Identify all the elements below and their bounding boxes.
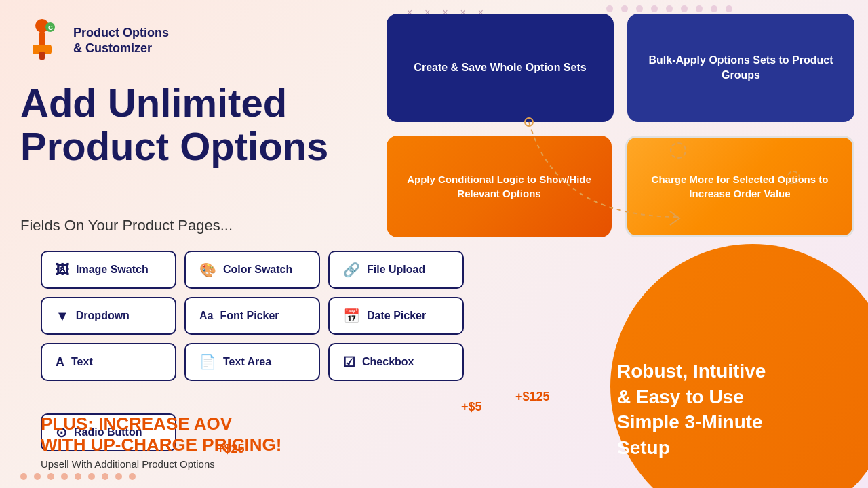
text-area-button[interactable]: 📄 Text Area [184,343,320,381]
checkbox-label: Checkbox [362,356,414,368]
text-area-label: Text Area [223,356,271,368]
bg-dot [636,5,643,12]
font-picker-label: Font Picker [220,310,279,322]
price-badge-2: +$125 [515,390,550,404]
connector-circle-2 [787,171,800,184]
aov-title: PLUS: INCREASE AOV WITH UP-CHARGE PRICIN… [41,413,281,455]
bg-dots-top [606,5,732,12]
bg-dot [711,5,717,12]
text-button[interactable]: A Text [41,343,176,381]
bg-dot [666,5,673,12]
bg-dot-orange [47,473,54,480]
subheadline: Fields On Your Product Pages... [20,217,233,235]
options-row-2: ▼ Dropdown Aa Font Picker 📅 Date Picker [41,297,464,335]
aov-section: PLUS: INCREASE AOV WITH UP-CHARGE PRICIN… [41,413,281,470]
date-picker-label: Date Picker [367,310,426,322]
font-picker-icon: Aa [199,310,213,322]
feature-card-charge-more: Charge More for Selected Options to Incr… [625,136,854,237]
cards-row-bottom: Apply Conditional Logic to Show/Hide Rel… [387,136,854,237]
bg-dot [696,5,703,12]
font-picker-button[interactable]: Aa Font Picker [184,297,320,335]
bg-dot-orange [34,473,41,480]
bg-dot-orange [102,473,108,480]
cards-row-top: Create & Save Whole Option Sets Bulk-App… [387,14,854,122]
image-swatch-button[interactable]: 🖼 Image Swatch [41,251,176,289]
options-row-1: 🖼 Image Swatch 🎨 Color Swatch 🔗 File Upl… [41,251,464,289]
date-picker-icon: 📅 [343,308,360,324]
feature-card-conditional: Apply Conditional Logic to Show/Hide Rel… [387,136,612,237]
bg-dot-orange [88,473,95,480]
logo-area: G Product Options & Customizer [20,19,169,62]
image-swatch-icon: 🖼 [56,262,69,278]
file-upload-icon: 🔗 [343,262,360,278]
dropdown-label: Dropdown [76,310,130,322]
feature-card-create-save: Create & Save Whole Option Sets [387,14,614,122]
feature-cards-area: Create & Save Whole Option Sets Bulk-App… [387,14,854,237]
bg-dot [681,5,688,12]
svg-text:G: G [48,24,53,31]
checkbox-icon: ☑ [343,354,355,370]
dropdown-button[interactable]: ▼ Dropdown [41,297,176,335]
bottom-right-text-area: Robust, Intuitive & Easy to Use Simple 3… [617,359,848,461]
app-logo-icon: G [20,19,64,62]
options-row-3: A Text 📄 Text Area ☑ Checkbox [41,343,464,381]
connector-circle-1 [670,142,686,159]
bottom-right-text-content: Robust, Intuitive & Easy to Use Simple 3… [617,359,848,461]
bg-dot-orange [115,473,122,480]
text-icon: A [56,355,64,369]
price-badge-1: +$5 [461,400,482,414]
bg-dot [606,5,613,12]
text-area-icon: 📄 [199,354,216,370]
bg-dot [651,5,658,12]
dropdown-icon: ▼ [56,308,69,324]
bg-dots-bottom [20,473,136,480]
options-grid: 🖼 Image Swatch 🎨 Color Swatch 🔗 File Upl… [41,251,464,381]
date-picker-button[interactable]: 📅 Date Picker [328,297,464,335]
price-badge-3: +$25 [217,442,245,456]
feature-card-bulk-apply: Bulk-Apply Options Sets to Product Group… [627,14,854,122]
color-swatch-button[interactable]: 🎨 Color Swatch [184,251,320,289]
bg-dot-orange [20,473,27,480]
main-headline: Add Unlimited Product Options [20,81,328,168]
bg-dot [726,5,732,12]
text-label: Text [71,356,93,368]
bg-dot [621,5,628,12]
bg-dot-orange [61,473,68,480]
aov-subtitle: Upsell With Additional Product Options [41,458,281,470]
checkbox-button[interactable]: ☑ Checkbox [328,343,464,381]
bg-dot-orange [75,473,81,480]
file-upload-label: File Upload [367,264,425,276]
color-swatch-label: Color Swatch [223,264,292,276]
color-swatch-icon: 🎨 [199,262,216,278]
file-upload-button[interactable]: 🔗 File Upload [328,251,464,289]
image-swatch-label: Image Swatch [76,264,149,276]
svg-rect-3 [39,52,45,60]
logo-text: Product Options & Customizer [73,25,169,57]
bg-dot-orange [129,473,136,480]
